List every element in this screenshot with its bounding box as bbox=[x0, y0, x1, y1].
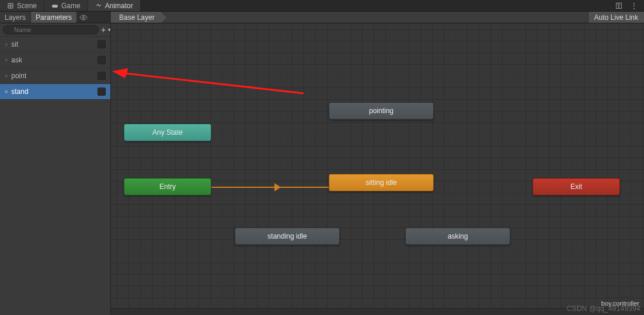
tab-animator[interactable]: Animator bbox=[88, 0, 141, 11]
tab-parameters[interactable]: Parameters bbox=[31, 12, 77, 23]
parameter-list: ≡ sit ≡ ask ≡ point ≡ stand bbox=[0, 37, 110, 315]
tab-label: Animator bbox=[105, 2, 133, 10]
parameter-row[interactable]: ≡ point bbox=[0, 68, 110, 84]
tab-scene[interactable]: Scene bbox=[0, 0, 44, 11]
window-controls: ⚿ ⋮ bbox=[614, 0, 644, 11]
window-tab-bar: Scene Game Animator ⚿ ⋮ bbox=[0, 0, 644, 12]
parameter-checkbox[interactable] bbox=[98, 56, 106, 64]
transition-arrowhead-icon bbox=[274, 183, 281, 191]
node-state-sitting-idle[interactable]: sitting idle bbox=[329, 174, 434, 191]
search-input[interactable] bbox=[3, 25, 99, 34]
parameter-name: sit bbox=[11, 40, 93, 48]
tab-game[interactable]: Game bbox=[44, 0, 88, 11]
canvas-grid bbox=[111, 23, 644, 315]
watermark-text: CSDN @qq_49149394 bbox=[567, 304, 640, 313]
parameters-panel: + ▾ ≡ sit ≡ ask ≡ point ≡ stand bbox=[0, 23, 111, 315]
param-search-row: + ▾ bbox=[0, 23, 110, 37]
node-entry[interactable]: Entry bbox=[124, 178, 211, 195]
node-label: Exit bbox=[570, 183, 582, 191]
kebab-icon[interactable]: ⋮ bbox=[629, 2, 639, 10]
node-any-state[interactable]: Any State bbox=[124, 124, 211, 141]
svg-rect-0 bbox=[52, 5, 58, 8]
parameter-name: stand bbox=[11, 88, 93, 96]
add-parameter-button[interactable]: + bbox=[101, 25, 106, 34]
drag-handle-icon[interactable]: ≡ bbox=[5, 41, 6, 47]
parameter-row[interactable]: ≡ stand bbox=[0, 84, 110, 100]
parameter-name: point bbox=[11, 72, 93, 80]
node-label: asking bbox=[448, 232, 468, 240]
node-label: Any State bbox=[152, 128, 183, 136]
visibility-toggle-icon[interactable] bbox=[77, 12, 90, 23]
gamepad-icon bbox=[51, 2, 58, 9]
parameter-name: ask bbox=[11, 56, 93, 64]
breadcrumb-item[interactable]: Base Layer bbox=[111, 12, 161, 23]
animator-canvas[interactable]: Any State Entry pointing sitting idle st… bbox=[111, 23, 644, 315]
breadcrumb-label: Base Layer bbox=[119, 13, 155, 22]
horizontal-scrollbar[interactable] bbox=[111, 308, 644, 315]
node-exit[interactable]: Exit bbox=[532, 178, 620, 195]
parameter-checkbox[interactable] bbox=[98, 40, 106, 48]
drag-handle-icon[interactable]: ≡ bbox=[5, 89, 6, 94]
tab-label: Scene bbox=[17, 2, 37, 10]
node-label: standing idle bbox=[267, 232, 307, 240]
node-label: sitting idle bbox=[365, 178, 396, 187]
lock-icon[interactable]: ⚿ bbox=[614, 2, 624, 10]
node-label: pointing bbox=[369, 107, 394, 115]
auto-live-link-button[interactable]: Auto Live Link bbox=[588, 12, 644, 23]
node-label: Entry bbox=[159, 183, 176, 191]
parameter-row[interactable]: ≡ sit bbox=[0, 37, 110, 52]
main-body: + ▾ ≡ sit ≡ ask ≡ point ≡ stand bbox=[0, 23, 644, 315]
tab-layers[interactable]: Layers bbox=[0, 12, 31, 23]
parameter-checkbox[interactable] bbox=[98, 72, 106, 80]
transition-line[interactable] bbox=[211, 187, 334, 188]
sidebar-tabs: Layers Parameters bbox=[0, 12, 111, 23]
parameter-checkbox[interactable] bbox=[98, 88, 106, 96]
svg-point-1 bbox=[83, 16, 85, 18]
breadcrumb-bar: Base Layer Auto Live Link bbox=[111, 12, 644, 23]
grid-icon bbox=[7, 2, 14, 9]
animator-icon bbox=[95, 2, 102, 9]
drag-handle-icon[interactable]: ≡ bbox=[5, 57, 6, 63]
node-state-pointing[interactable]: pointing bbox=[329, 102, 434, 120]
drag-handle-icon[interactable]: ≡ bbox=[5, 73, 6, 79]
parameter-row[interactable]: ≡ ask bbox=[0, 52, 110, 68]
tab-label: Game bbox=[61, 2, 81, 10]
node-state-asking[interactable]: asking bbox=[405, 228, 510, 245]
node-state-standing-idle[interactable]: standing idle bbox=[235, 228, 340, 245]
animator-toolbar: Layers Parameters Base Layer Auto Live L… bbox=[0, 12, 644, 23]
